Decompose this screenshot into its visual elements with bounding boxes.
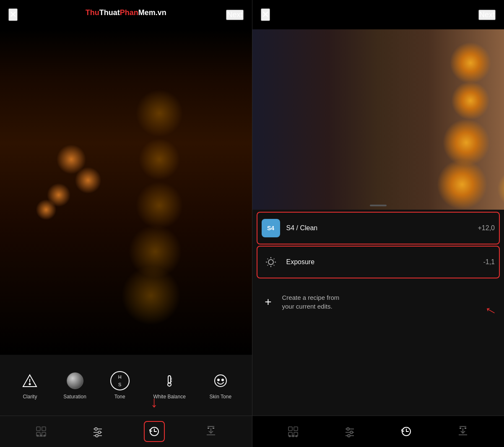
svg-point-48 (348, 434, 350, 437)
s4-name: S4 / Clean (286, 224, 478, 232)
right-image-area (252, 29, 504, 210)
close-button-right[interactable]: ✕ (261, 8, 270, 21)
svg-point-8 (215, 375, 226, 387)
tool-clarity[interactable]: Clarity (20, 371, 39, 400)
svg-line-32 (267, 259, 268, 260)
lantern-scene-right (252, 29, 504, 210)
image-drag-handle[interactable] (370, 205, 387, 206)
nav-export-left[interactable] (200, 421, 221, 442)
tone-icon (110, 371, 130, 390)
svg-point-17 (44, 435, 45, 437)
next-button-right[interactable]: Next (478, 10, 496, 20)
left-image-area (0, 29, 252, 355)
left-toolbar-area: Clarity Saturation Tone (0, 355, 252, 447)
nav-sliders-left[interactable] (87, 421, 108, 442)
tool-saturation[interactable]: Saturation (63, 371, 86, 400)
recipe-item-exposure[interactable]: Exposure -1,1 (257, 246, 500, 278)
svg-line-35 (267, 265, 268, 266)
exposure-icon (262, 253, 280, 271)
svg-point-27 (268, 260, 273, 265)
svg-point-46 (350, 431, 353, 434)
svg-point-44 (347, 428, 349, 430)
white-balance-icon (160, 371, 179, 390)
s4-badge: S4 (262, 219, 280, 237)
exposure-name: Exposure (286, 258, 483, 266)
saturation-label: Saturation (63, 394, 86, 400)
nav-export-right[interactable] (452, 421, 473, 442)
svg-line-34 (273, 259, 274, 260)
svg-point-10 (222, 379, 223, 381)
svg-point-15 (37, 435, 38, 437)
nav-history-right[interactable] (396, 421, 417, 442)
saturation-icon (65, 371, 85, 390)
skin-tone-icon (211, 371, 230, 390)
tool-white-balance[interactable]: White Balance (153, 371, 185, 400)
recipe-list: S4 S4 / Clean +12,0 (252, 210, 504, 281)
watermark: ThuThuatPhanMem.vn (86, 8, 166, 17)
svg-rect-3 (168, 376, 171, 383)
tool-skin-tone[interactable]: Skin Tone (210, 371, 231, 400)
white-balance-label: White Balance (153, 394, 185, 400)
right-content-area: S4 S4 / Clean +12,0 (252, 210, 504, 416)
right-bottom-nav (252, 416, 504, 447)
svg-rect-11 (36, 427, 40, 431)
close-button[interactable]: ✕ (8, 8, 18, 21)
tone-label: Tone (114, 394, 125, 400)
svg-line-33 (273, 265, 274, 266)
right-image-canvas (252, 29, 504, 210)
svg-point-16 (40, 435, 42, 437)
left-bottom-nav: ↓ (0, 416, 252, 447)
create-plus-icon: + (261, 294, 276, 309)
nav-grid-right[interactable] (283, 421, 304, 442)
nav-history-left[interactable]: ↓ (144, 421, 165, 442)
svg-rect-36 (288, 427, 292, 431)
svg-point-2 (29, 383, 31, 385)
s4-value: +12,0 (478, 224, 495, 232)
lantern-scene-left (0, 29, 252, 355)
left-image-canvas (0, 29, 252, 355)
left-tools: Clarity Saturation Tone (0, 355, 252, 416)
skin-tone-label: Skin Tone (210, 394, 231, 400)
right-panel: ✕ Next S4 S4 / Clean +12,0 (252, 0, 504, 447)
clarity-icon (20, 371, 39, 390)
svg-point-9 (218, 379, 219, 381)
svg-point-40 (289, 436, 291, 437)
right-header: ✕ Next (252, 0, 504, 29)
create-recipe-text: Create a recipe fromyour current edits. (282, 293, 340, 311)
next-button-left[interactable]: Next (226, 10, 243, 20)
clarity-label: Clarity (23, 394, 37, 400)
nav-grid-left[interactable] (31, 421, 52, 442)
left-panel: ThuThuatPhanMem.vn ✕ Next Clarity (0, 0, 252, 447)
nav-sliders-right[interactable] (339, 421, 360, 442)
svg-point-42 (296, 436, 297, 437)
svg-point-41 (293, 436, 294, 437)
recipe-item-s4[interactable]: S4 S4 / Clean +12,0 (257, 212, 500, 244)
exposure-value: -1,1 (483, 258, 495, 266)
svg-point-23 (96, 434, 98, 437)
svg-point-19 (95, 428, 97, 430)
create-recipe-button[interactable]: + Create a recipe fromyour current edits… (252, 285, 504, 319)
svg-rect-12 (42, 427, 46, 431)
svg-point-21 (98, 431, 101, 434)
svg-rect-37 (294, 427, 298, 431)
tool-tone[interactable]: Tone (110, 371, 130, 400)
